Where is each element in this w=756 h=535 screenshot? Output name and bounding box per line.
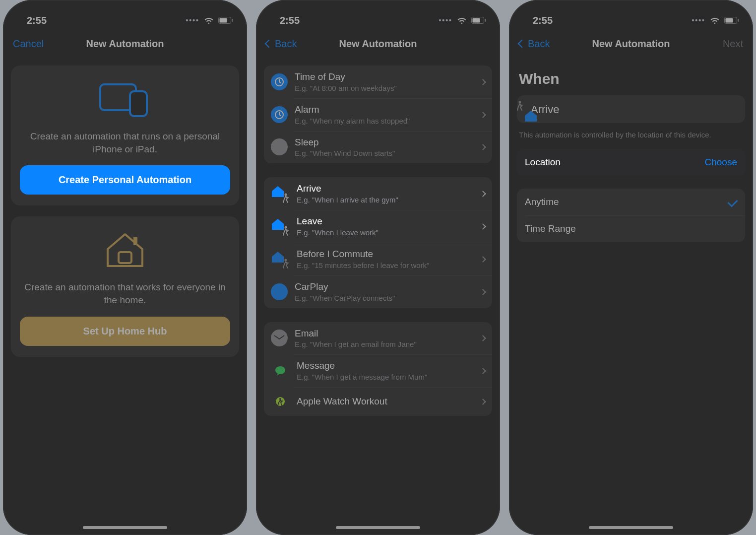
cellular-dots-icon: •••• (692, 16, 705, 24)
trigger-row-arrive[interactable]: ArriveE.g. "When I arrive at the gym" (264, 177, 492, 210)
svg-point-16 (285, 194, 287, 196)
chevron-right-icon (481, 397, 485, 406)
phone-3: 2:55 •••• Back New Automation Next When (509, 0, 753, 535)
trigger-title: Message (297, 360, 474, 372)
trigger-subtitle: E.g. "When my alarm has stopped" (295, 117, 474, 125)
cancel-button[interactable]: Cancel (13, 38, 44, 50)
trigger-group: EmailE.g. "When I get an email from Jane… (264, 322, 492, 416)
trigger-title: Sleep (295, 137, 474, 148)
nav-bar: Cancel New Automation (3, 30, 247, 58)
svg-point-18 (285, 259, 287, 261)
housewalker-icon (271, 218, 290, 235)
home-automation-card: Create an automation that works for ever… (11, 216, 239, 356)
svg-rect-2 (232, 19, 233, 22)
status-bar: 2:55 •••• (3, 0, 247, 30)
trigger-subtitle: E.g. "When I arrive at the gym" (297, 196, 474, 204)
carplay-icon (271, 283, 288, 300)
trigger-row-carplay[interactable]: CarPlayE.g. "When CarPlay connects" (264, 275, 492, 308)
trigger-title: CarPlay (295, 281, 474, 293)
housewalker-icon (271, 251, 290, 268)
chevron-left-icon (518, 40, 526, 48)
location-label: Location (525, 157, 561, 168)
chevron-right-icon (481, 255, 485, 264)
home-indicator[interactable] (589, 526, 673, 529)
chevron-right-icon (481, 287, 485, 296)
svg-rect-20 (274, 334, 284, 341)
chevron-right-icon (481, 142, 485, 151)
wifi-icon (709, 16, 720, 24)
trigger-title: Alarm (295, 104, 474, 116)
chevron-right-icon (481, 189, 485, 198)
back-button[interactable]: Back (519, 38, 550, 50)
trigger-title: Arrive (297, 183, 474, 195)
time-options-group: Anytime Time Range (517, 189, 745, 242)
option-time-range[interactable]: Time Range (517, 215, 745, 242)
svg-rect-1 (220, 18, 227, 23)
svg-rect-25 (726, 18, 733, 23)
status-time: 2:55 (27, 15, 47, 26)
wifi-icon (456, 16, 467, 24)
clock-icon (271, 106, 288, 123)
location-choose-button[interactable]: Choose (705, 157, 738, 168)
trigger-title: Apple Watch Workout (297, 396, 474, 407)
next-button[interactable]: Next (723, 38, 743, 50)
trigger-subtitle: E.g. "When I get an email from Jane" (295, 340, 474, 348)
trigger-subtitle: E.g. "When Wind Down starts" (295, 149, 474, 157)
trigger-group: ArriveE.g. "When I arrive at the gym"Lea… (264, 177, 492, 308)
option-anytime[interactable]: Anytime (517, 189, 745, 215)
setup-home-hub-button[interactable]: Set Up Home Hub (20, 317, 230, 346)
back-button[interactable]: Back (266, 38, 297, 50)
trigger-row-alarm[interactable]: AlarmE.g. "When my alarm has stopped" (264, 98, 492, 131)
location-note: This automation is controlled by the loc… (519, 130, 743, 140)
trigger-row-time-of-day[interactable]: Time of DayE.g. "At 8:00 am on weekdays" (264, 66, 492, 98)
back-label: Back (275, 38, 297, 50)
svg-rect-6 (133, 237, 137, 245)
home-icon (20, 230, 230, 270)
trigger-row-sleep[interactable]: SleepE.g. "When Wind Down starts" (264, 131, 492, 164)
trigger-row-apple-watch-workout[interactable]: Apple Watch Workout (264, 387, 492, 416)
chevron-right-icon (481, 222, 485, 231)
create-personal-automation-button[interactable]: Create Personal Automation (20, 165, 230, 195)
trigger-title: Email (295, 328, 474, 339)
home-indicator[interactable] (83, 526, 167, 529)
trigger-subtitle: E.g. "At 8:00 am on weekdays" (295, 84, 474, 92)
battery-icon (724, 17, 739, 24)
status-time: 2:55 (280, 15, 300, 26)
trigger-row-message[interactable]: MessageE.g. "When I get a message from M… (264, 354, 492, 387)
svg-rect-5 (119, 252, 131, 263)
mail-icon (271, 330, 288, 346)
clock-icon (271, 73, 288, 90)
section-title-when: When (519, 70, 743, 87)
arrive-summary-card: Arrive (517, 95, 745, 123)
svg-rect-4 (130, 91, 147, 116)
option-time-range-label: Time Range (525, 223, 576, 234)
status-bar: 2:55 •••• (509, 0, 753, 30)
trigger-subtitle: E.g. "When I leave work" (297, 228, 474, 237)
location-row[interactable]: Location Choose (517, 149, 745, 176)
chevron-right-icon (481, 334, 485, 342)
phone-2: 2:55 •••• Back New Automation Time of Da… (256, 0, 500, 535)
trigger-group: Time of DayE.g. "At 8:00 am on weekdays"… (264, 66, 492, 163)
workout-icon (271, 393, 290, 410)
svg-rect-13 (274, 145, 278, 147)
home-indicator[interactable] (336, 526, 420, 529)
back-label: Back (528, 38, 550, 50)
trigger-row-before-i-commute[interactable]: Before I CommuteE.g. "15 minutes before … (264, 243, 492, 275)
devices-icon (20, 79, 230, 119)
trigger-row-leave[interactable]: LeaveE.g. "When I leave work" (264, 210, 492, 243)
personal-automation-card: Create an automation that runs on a pers… (11, 66, 239, 205)
svg-point-27 (519, 101, 521, 104)
battery-icon (471, 17, 486, 24)
svg-rect-9 (485, 19, 486, 22)
personal-desc: Create an automation that runs on a pers… (20, 130, 230, 155)
svg-rect-15 (284, 149, 285, 150)
chevron-right-icon (481, 366, 485, 375)
wifi-icon (203, 16, 214, 24)
chevron-left-icon (265, 40, 273, 48)
phone-1: 2:55 •••• Cancel New Automation (3, 0, 247, 535)
message-icon (271, 362, 290, 379)
bed-icon (271, 138, 288, 155)
nav-bar: Back New Automation (256, 30, 500, 58)
trigger-title: Leave (297, 216, 474, 227)
trigger-row-email[interactable]: EmailE.g. "When I get an email from Jane… (264, 322, 492, 355)
